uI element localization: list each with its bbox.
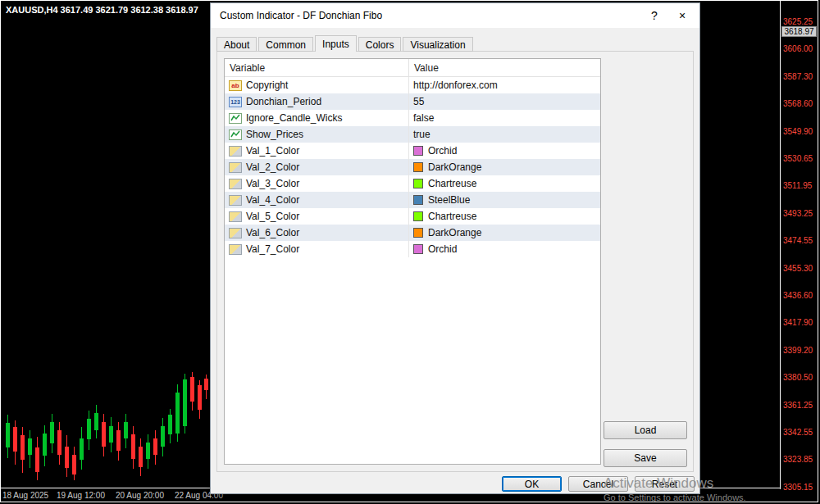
variable-cell: Val_2_Color [225,159,409,175]
variable-name: Donchian_Period [246,96,321,107]
table-header-row: Variable Value [225,59,600,77]
side-buttons: Load Save [604,421,687,467]
variable-value: true [413,129,430,140]
variable-cell: abCopyright [225,77,409,93]
inputs-table: Variable Value abCopyrighthttp://donfore… [224,58,601,465]
candle-body [190,377,194,402]
tab-visualization[interactable]: Visualization [403,37,472,52]
variable-value: Orchid [428,145,457,157]
variable-cell: Show_Prices [225,126,409,143]
color-icon [229,244,242,255]
table-row[interactable]: Val_4_ColorSteelBlue [225,192,600,208]
table-row[interactable]: Show_Pricestrue [225,126,600,143]
time-label: 19 Aug 12:00 [57,491,105,500]
color-swatch [413,162,423,172]
table-row[interactable]: Val_6_ColorDarkOrange [225,225,600,241]
time-label: 20 Aug 20:00 [116,491,164,500]
candle-body [43,434,47,456]
tab-common[interactable]: Common [258,37,313,52]
value-cell[interactable]: DarkOrange [409,159,600,175]
close-button[interactable]: × [668,5,696,26]
tab-about[interactable]: About [216,37,257,52]
variable-cell: Val_1_Color [225,143,409,159]
price-label: 3342.55 [783,428,813,437]
value-cell[interactable]: false [409,110,600,126]
value-cell[interactable]: Chartreuse [409,208,600,225]
candle-body [6,423,10,447]
candle-body [139,447,143,467]
candle-body [153,438,157,455]
variable-value: Chartreuse [428,211,476,222]
table-row[interactable]: Val_5_ColorChartreuse [225,208,600,225]
value-cell[interactable]: Orchid [409,241,600,257]
column-header-variable: Variable [225,59,409,76]
table-row[interactable]: Val_7_ColorOrchid [225,241,600,257]
value-cell[interactable]: Chartreuse [409,175,600,192]
variable-cell: Ignore_Candle_Wicks [225,110,409,126]
candle-body [80,438,84,460]
column-header-value: Value [409,62,444,74]
table-row[interactable]: Val_1_ColorOrchid [225,143,600,159]
table-row[interactable]: abCopyrighthttp://donforex.com [225,77,600,93]
tab-colors[interactable]: Colors [358,37,402,52]
ok-button[interactable]: OK [502,476,562,492]
variable-name: Show_Prices [246,129,303,140]
candle-body [204,379,208,390]
variable-name: Val_2_Color [246,161,299,173]
candle-body [94,413,98,430]
value-cell[interactable]: SteelBlue [409,192,600,208]
variable-value: DarkOrange [428,227,481,238]
price-label: 3625.25 [783,17,813,26]
color-icon [229,211,242,222]
price-label: 3380.50 [783,373,813,382]
chart-symbol-info: XAUUSD,H4 3617.49 3621.79 3612.38 3618.9… [6,5,198,15]
variable-cell: Val_6_Color [225,225,409,241]
price-label: 3530.65 [783,154,813,163]
candle-body [102,422,106,447]
value-cell[interactable]: Orchid [409,143,600,159]
reset-button[interactable]: Reset [635,476,695,492]
variable-name: Val_7_Color [246,243,299,255]
value-cell[interactable]: http://donforex.com [409,77,600,93]
tab-inputs[interactable]: Inputs [315,35,357,52]
save-button[interactable]: Save [604,449,687,467]
color-icon [229,162,242,173]
candle-body [175,393,180,434]
variable-value: DarkOrange [428,161,481,173]
time-label: 18 Aug 2025 [2,491,48,500]
color-swatch [413,179,423,188]
price-label: 3417.90 [783,318,813,327]
variable-name: Val_4_Color [246,194,299,206]
dialog-title: Custom Indicator - DF Donchian Fibo [220,10,640,21]
table-row[interactable]: Val_2_ColorDarkOrange [225,159,600,175]
bool-icon [229,129,242,140]
variable-value: Chartreuse [428,178,476,189]
variable-value: http://donforex.com [413,79,498,91]
value-cell[interactable]: DarkOrange [409,225,600,241]
candle-body [109,426,113,443]
table-row[interactable]: Val_3_ColorChartreuse [225,175,600,192]
candle-body [198,385,202,410]
variable-cell: Val_4_Color [225,192,409,208]
variable-value: 55 [413,96,424,107]
value-cell[interactable]: true [409,126,600,143]
help-button[interactable]: ? [640,5,668,26]
value-cell[interactable]: 55 [409,93,600,110]
table-row[interactable]: Ignore_Candle_Wicksfalse [225,110,600,126]
variable-name: Val_3_Color [246,178,299,189]
price-label: 3361.25 [783,401,813,410]
price-label: 3606.00 [783,44,813,53]
color-swatch [413,244,423,254]
candle-body [131,434,135,459]
variable-cell: 123Donchian_Period [225,93,409,110]
variable-cell: Val_7_Color [225,241,409,257]
candle-body [65,447,69,468]
candle-body [116,430,121,451]
candle-body [168,415,172,434]
load-button[interactable]: Load [604,421,687,439]
cancel-button[interactable]: Cancel [568,476,628,492]
color-swatch [413,211,423,221]
color-icon [229,228,242,238]
tab-bar: AboutCommonInputsColorsVisualization [216,35,475,52]
table-row[interactable]: 123Donchian_Period55 [225,93,600,110]
